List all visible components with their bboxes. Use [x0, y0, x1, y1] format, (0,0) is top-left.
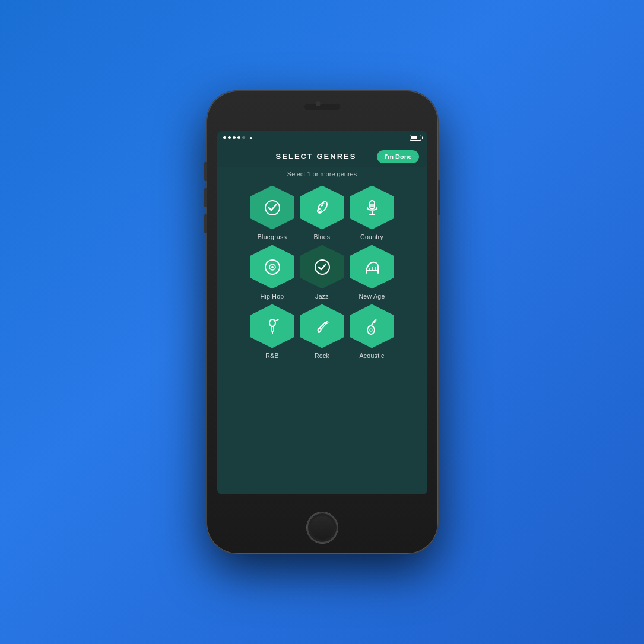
- vinyl-icon: [263, 258, 282, 277]
- svg-point-11: [271, 266, 274, 268]
- genre-label-rnb: R&B: [265, 352, 279, 359]
- genre-label-rock: Rock: [315, 352, 329, 359]
- genre-hex-country: [350, 186, 394, 230]
- genre-label-country: Country: [360, 233, 383, 240]
- battery-icon: [410, 135, 421, 141]
- genre-item-newage[interactable]: New Age: [350, 245, 394, 300]
- genre-item-rock[interactable]: Rock: [300, 304, 344, 359]
- svg-rect-4: [370, 201, 375, 209]
- genre-hex-blues: [300, 186, 344, 230]
- phone-speaker: [304, 104, 340, 110]
- genre-item-jazz[interactable]: Jazz: [300, 245, 344, 300]
- genre-item-rnb[interactable]: R&B: [250, 304, 294, 359]
- app-header: SELECT GENRES I'm Done: [217, 144, 427, 167]
- signal-dot-5: [242, 136, 245, 139]
- genre-row-2: R&B: [250, 304, 394, 359]
- svg-rect-20: [271, 326, 274, 331]
- phone-camera: [315, 101, 320, 106]
- svg-point-19: [269, 319, 275, 326]
- home-button[interactable]: [307, 512, 338, 543]
- genre-hex-rock: [300, 304, 344, 348]
- genre-hex-acoustic: [350, 304, 394, 348]
- genre-hex-rnb: [250, 304, 294, 348]
- genre-row-0: Bluegrass: [250, 186, 394, 240]
- saxophone-icon: [313, 198, 332, 217]
- battery-fill: [411, 136, 417, 139]
- svg-point-25: [367, 326, 375, 334]
- genre-label-acoustic: Acoustic: [359, 352, 384, 359]
- genre-hex-newage: [350, 245, 394, 289]
- phone-frame: ▲ SELECT GENRES I'm Done Select 1 or mor…: [207, 91, 438, 554]
- app-subtitle: Select 1 or more genres: [217, 167, 427, 183]
- genre-row-1: Hip Hop Jaz: [250, 245, 394, 300]
- svg-point-1: [319, 210, 321, 212]
- check-icon-jazz: [313, 258, 332, 277]
- guitar2-icon: [313, 317, 332, 336]
- guitar-icon: [363, 317, 382, 336]
- genre-item-hiphop[interactable]: Hip Hop: [250, 245, 294, 300]
- phone-screen: ▲ SELECT GENRES I'm Done Select 1 or mor…: [217, 131, 427, 494]
- page-title: SELECT GENRES: [276, 152, 357, 161]
- genre-grid: Bluegrass: [217, 183, 427, 494]
- svg-point-26: [370, 329, 372, 331]
- battery-indicator: [410, 135, 421, 141]
- signal-dot-2: [228, 136, 231, 139]
- microphone-icon: [363, 198, 382, 217]
- check-icon-bluegrass: [263, 198, 282, 217]
- mic2-icon: [263, 317, 282, 336]
- phone-body: ▲ SELECT GENRES I'm Done Select 1 or mor…: [207, 91, 438, 554]
- signal-dot-1: [223, 136, 226, 139]
- svg-line-3: [321, 205, 323, 206]
- done-button[interactable]: I'm Done: [377, 150, 418, 163]
- signal-dot-4: [237, 136, 240, 139]
- svg-line-2: [322, 204, 324, 204]
- status-bar: ▲: [217, 131, 427, 144]
- genre-item-blues[interactable]: Blues: [300, 186, 344, 240]
- genre-label-newage: New Age: [359, 293, 385, 300]
- signal-dot-3: [233, 136, 236, 139]
- genre-hex-bluegrass: [250, 186, 294, 230]
- genre-item-country[interactable]: Country: [350, 186, 394, 240]
- genre-hex-hiphop: [250, 245, 294, 289]
- wifi-icon: ▲: [249, 135, 254, 141]
- genre-label-blues: Blues: [314, 233, 331, 240]
- genre-item-bluegrass[interactable]: Bluegrass: [250, 186, 294, 240]
- genre-item-acoustic[interactable]: Acoustic: [350, 304, 394, 359]
- genre-hex-jazz: [300, 245, 344, 289]
- genre-label-bluegrass: Bluegrass: [258, 233, 287, 240]
- piano-icon: [363, 258, 382, 277]
- genre-label-jazz: Jazz: [315, 293, 329, 300]
- svg-point-22: [318, 328, 321, 331]
- signal-indicators: ▲: [223, 135, 254, 141]
- genre-label-hiphop: Hip Hop: [260, 293, 284, 300]
